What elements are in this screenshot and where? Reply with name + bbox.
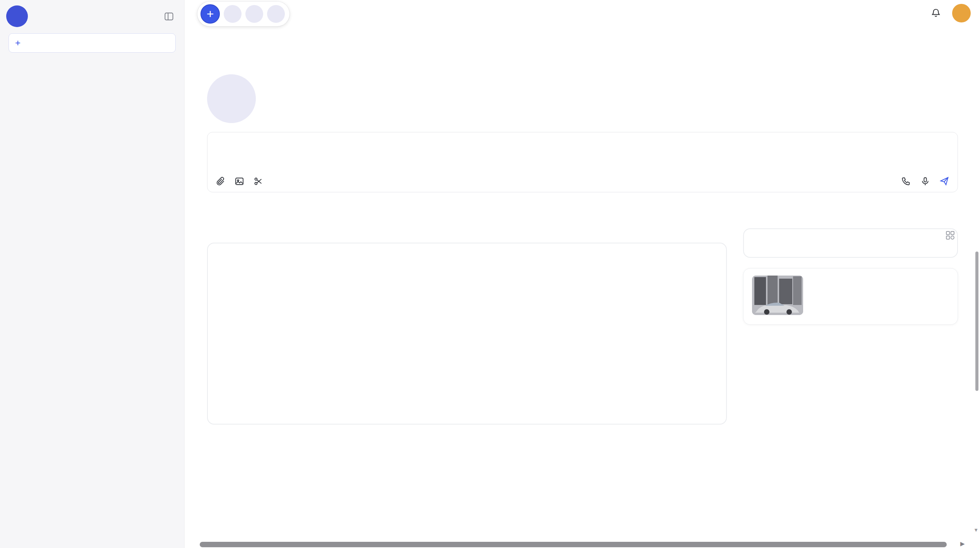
horizontal-scrollbar-thumb[interactable] <box>200 542 947 547</box>
schedule-card <box>743 228 958 258</box>
voice-call-icon[interactable] <box>901 176 911 187</box>
composer-tools-left <box>215 176 264 187</box>
news-card[interactable] <box>743 268 958 325</box>
image-upload-icon[interactable] <box>234 176 245 187</box>
vertical-scrollbar-thumb[interactable] <box>975 252 978 391</box>
agent-switcher: + <box>197 2 290 26</box>
sidebar-scroll-area <box>0 57 184 548</box>
right-column <box>743 228 958 325</box>
message-composer <box>207 132 958 192</box>
agent-avatar-3[interactable] <box>267 5 285 23</box>
topbar-right <box>930 4 971 22</box>
scroll-down-arrow-icon[interactable]: ▼ <box>973 527 978 533</box>
greeting-block <box>207 74 958 123</box>
main-area: + <box>185 0 980 548</box>
microphone-icon[interactable] <box>920 176 930 187</box>
app-logo <box>6 5 28 27</box>
layout-grid-icon[interactable] <box>945 230 956 241</box>
agent-avatar-2[interactable] <box>245 5 263 23</box>
send-icon[interactable] <box>939 176 950 187</box>
app-root: + + <box>0 0 980 548</box>
briefing-left-column <box>207 228 727 425</box>
sidebar: + <box>0 0 185 548</box>
sidebar-collapse-icon[interactable] <box>164 11 174 22</box>
agent-avatar-1[interactable] <box>224 5 242 23</box>
assistant-avatar <box>207 74 256 123</box>
main-content <box>207 0 958 425</box>
project-dashboard-card <box>207 243 727 425</box>
add-agent-button[interactable]: + <box>200 4 220 24</box>
sidebar-header <box>0 0 184 30</box>
news-thumbnail <box>752 276 803 315</box>
briefing-columns <box>207 228 958 425</box>
new-chat-button[interactable]: + <box>9 33 176 53</box>
attachment-icon[interactable] <box>215 176 226 187</box>
composer-tools-right <box>901 176 950 187</box>
notification-bell-icon[interactable] <box>930 8 941 19</box>
chat-input[interactable] <box>207 132 958 192</box>
screenshot-scissors-icon[interactable] <box>253 176 264 187</box>
plus-icon: + <box>15 38 21 48</box>
scroll-right-arrow-icon[interactable]: ▶ <box>960 540 965 547</box>
user-avatar[interactable] <box>952 4 971 22</box>
